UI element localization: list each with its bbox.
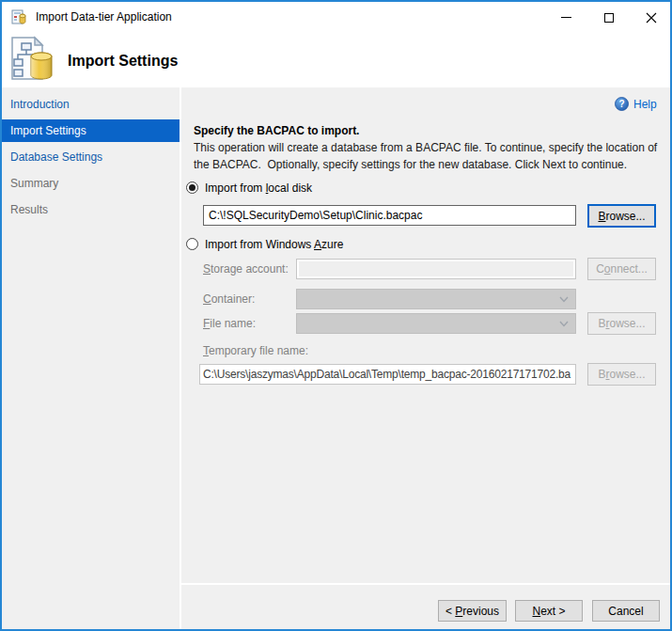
- import-data-tier-application-window: Import Data-tier Application I: [0, 0, 672, 631]
- sidebar-item-database-settings[interactable]: Database Settings: [2, 146, 180, 168]
- maximize-button[interactable]: [587, 4, 630, 31]
- section-heading: Specify the BACPAC to import.: [194, 124, 359, 137]
- page-title: Import Settings: [68, 53, 178, 70]
- storage-account-input: [296, 259, 576, 279]
- cancel-button[interactable]: Cancel: [592, 600, 660, 622]
- browse-azure-button: Browse...: [587, 312, 656, 335]
- bacpac-path-input[interactable]: C:\!SQLSecurityDemo\Setup\Clinic.bacpac: [203, 205, 576, 226]
- minimize-icon: [561, 17, 571, 18]
- temporary-file-name-label: Temporary file name:: [203, 340, 308, 361]
- close-button[interactable]: [630, 4, 672, 31]
- temporary-file-name-input: C:\Users\jaszymas\AppData\Local\Temp\tem…: [199, 364, 576, 385]
- help-label: Help: [633, 98, 657, 111]
- container-dropdown: [296, 289, 576, 309]
- title-bar: Import Data-tier Application I: [2, 2, 670, 87]
- radio-import-windows-azure[interactable]: [186, 238, 198, 250]
- sidebar-item-summary: Summary: [2, 172, 180, 195]
- import-settings-icon: [10, 36, 55, 83]
- browse-temp-button: Browse...: [587, 363, 656, 386]
- sidebar-divider: [180, 87, 181, 629]
- description-line1: This operation will create a database fr…: [194, 141, 657, 154]
- help-link[interactable]: ? Help: [615, 97, 657, 111]
- container-label: Container:: [203, 289, 255, 309]
- maximize-icon: [604, 13, 614, 23]
- description-line2: the BACPAC. Optionally, specify settings…: [194, 158, 627, 171]
- chevron-down-icon: [559, 296, 569, 303]
- file-name-label: File name:: [203, 313, 256, 334]
- chevron-down-icon: [559, 321, 569, 327]
- radio-import-windows-azure-label[interactable]: Import from Windows Azure: [205, 238, 343, 251]
- window-title: Import Data-tier Application: [36, 2, 172, 32]
- minimize-button[interactable]: [545, 4, 587, 31]
- next-button[interactable]: Next >: [515, 600, 583, 622]
- svg-text:?: ?: [618, 99, 624, 109]
- app-icon: [11, 9, 27, 25]
- sidebar-item-results: Results: [2, 198, 180, 221]
- radio-import-local-disk-label[interactable]: Import from local disk: [205, 181, 312, 195]
- previous-button[interactable]: < Previous: [438, 600, 507, 622]
- browse-local-button[interactable]: Browse...: [587, 204, 656, 228]
- help-icon: ?: [615, 97, 629, 111]
- radio-import-local-disk[interactable]: [186, 181, 198, 194]
- sidebar-item-introduction[interactable]: Introduction: [2, 93, 180, 116]
- footer-divider: [181, 583, 670, 585]
- storage-account-label: Storage account:: [203, 259, 289, 279]
- sidebar-item-import-settings[interactable]: Import Settings: [2, 119, 180, 142]
- file-name-dropdown: [296, 313, 576, 334]
- close-icon: [646, 12, 657, 24]
- wizard-steps-sidebar: Introduction Import Settings Database Se…: [2, 93, 180, 225]
- connect-button: Connect...: [587, 258, 656, 280]
